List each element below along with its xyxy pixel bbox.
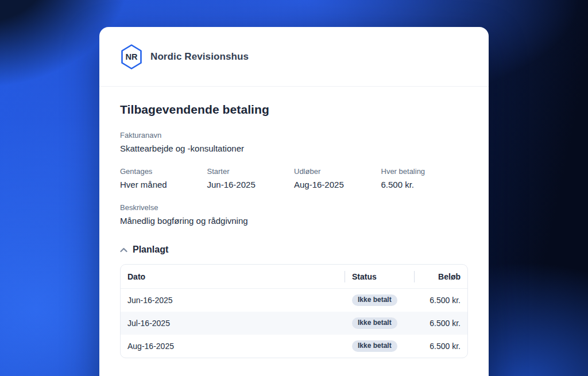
column-header-date: Dato	[121, 272, 345, 281]
table-row: Jun-16-2025 Ikke betalt 6.500 kr.	[121, 289, 467, 312]
field-invoice-name: Fakturanavn Skattearbejde og -konsultati…	[120, 131, 468, 154]
scheduled-table: Dato Status Beløb Jun-16-2025 Ikke betal…	[120, 264, 468, 358]
brand-hexagon-logo-icon: NR	[120, 44, 143, 70]
cell-status: Ikke betalt	[345, 340, 414, 352]
field-expires-value: Aug-16-2025	[294, 179, 381, 191]
cell-status: Ikke betalt	[345, 294, 414, 306]
brand-initials: NR	[126, 52, 138, 61]
table-header-row: Dato Status Beløb	[121, 265, 467, 289]
field-expires: Udløber Aug-16-2025	[294, 167, 381, 191]
table-row: Jul-16-2025 Ikke betalt 6.500 kr.	[121, 312, 467, 335]
cell-date: Jun-16-2025	[121, 296, 345, 305]
recurring-payment-card: NR Nordic Revisionshus Tilbagevendende b…	[99, 27, 489, 376]
status-badge: Ikke betalt	[352, 340, 397, 352]
field-per-payment-value: 6.500 kr.	[381, 179, 469, 191]
table-row: Aug-16-2025 Ikke betalt 6.500 kr.	[121, 335, 467, 358]
field-invoice-name-value: Skattearbejde og -konsultationer	[120, 143, 468, 154]
field-per-payment: Hver betaling 6.500 kr.	[381, 167, 469, 191]
column-header-status-label: Status	[352, 272, 377, 281]
status-badge: Ikke betalt	[352, 294, 397, 306]
status-badge: Ikke betalt	[352, 317, 397, 329]
cell-amount: 6.500 kr.	[414, 342, 467, 351]
cell-amount: 6.500 kr.	[414, 319, 467, 328]
card-header: NR Nordic Revisionshus	[99, 27, 489, 87]
field-per-payment-label: Hver betaling	[381, 167, 469, 176]
field-invoice-name-label: Fakturanavn	[120, 131, 468, 140]
column-header-amount: Beløb	[414, 272, 467, 281]
column-divider	[414, 271, 415, 282]
field-recurs-label: Gentages	[120, 167, 207, 176]
cell-amount: 6.500 kr.	[414, 296, 467, 305]
field-description-label: Beskrivelse	[120, 203, 468, 212]
scheduled-section-title: Planlagt	[133, 245, 168, 255]
cell-date: Aug-16-2025	[121, 342, 345, 351]
page-title: Tilbagevendende betaling	[120, 103, 468, 117]
field-description-value: Månedlig bogføring og rådgivning	[120, 215, 468, 227]
field-expires-label: Udløber	[294, 167, 381, 176]
card-main: Tilbagevendende betaling Fakturanavn Ska…	[99, 87, 489, 358]
column-header-amount-label: Beløb	[438, 272, 461, 281]
column-divider	[345, 271, 345, 282]
field-grid: Gentages Hver måned Starter Jun-16-2025 …	[120, 167, 468, 191]
brand-name: Nordic Revisionshus	[150, 51, 249, 63]
column-header-status: Status	[345, 272, 414, 281]
field-starts-value: Jun-16-2025	[207, 179, 295, 191]
field-starts: Starter Jun-16-2025	[207, 167, 295, 191]
field-starts-label: Starter	[207, 167, 295, 176]
field-recurs-value: Hver måned	[120, 179, 207, 191]
chevron-up-icon[interactable]	[120, 247, 127, 253]
cell-status: Ikke betalt	[345, 317, 414, 329]
field-description: Beskrivelse Månedlig bogføring og rådgiv…	[120, 203, 468, 227]
cell-date: Jul-16-2025	[121, 319, 345, 328]
desktop-background: NR Nordic Revisionshus Tilbagevendende b…	[0, 0, 588, 376]
field-recurs: Gentages Hver måned	[120, 167, 207, 191]
scheduled-section-toggle[interactable]: Planlagt	[120, 245, 468, 255]
